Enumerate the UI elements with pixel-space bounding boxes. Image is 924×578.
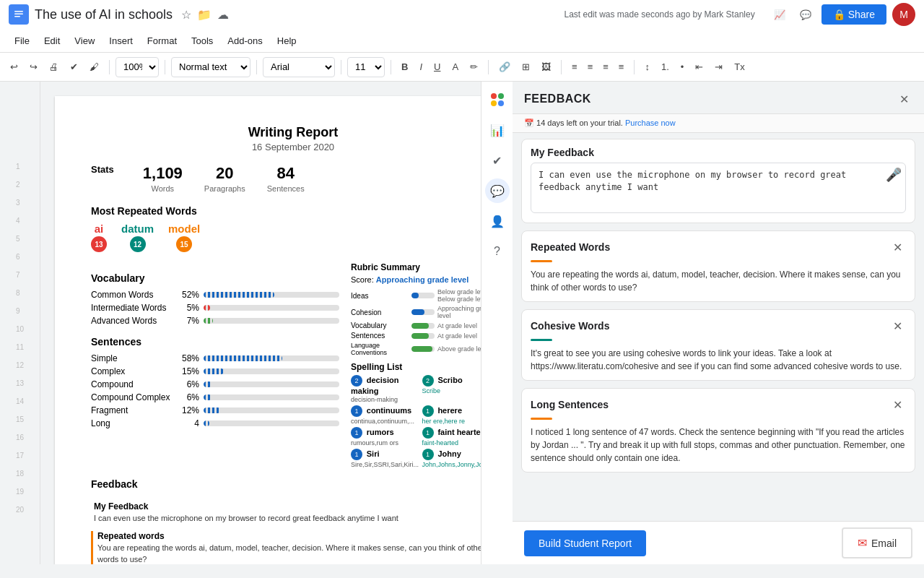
repeated-words-underline	[531, 260, 552, 262]
sentences-table: Simple58% Complex15% Compound6% Compound…	[91, 353, 339, 428]
right-col: Rubric Summary Score: Approaching grade …	[351, 262, 481, 468]
increase-indent-button[interactable]: ⇥	[710, 59, 727, 75]
menu-view[interactable]: View	[69, 33, 100, 49]
close-cohesive-button[interactable]: ✕	[889, 317, 906, 335]
link-button[interactable]: 🔗	[494, 59, 515, 75]
main-columns: Vocabulary Common Words52% Intermediate …	[91, 262, 481, 468]
sidebar-icon-logo[interactable]	[485, 87, 510, 112]
rubric-score-doc: Score: Approaching grade level	[351, 275, 481, 284]
highlight-button[interactable]: ✏	[466, 59, 482, 75]
mic-button[interactable]: 🎤	[886, 167, 902, 183]
rubric-title-doc: Rubric Summary	[351, 262, 481, 272]
rubric-row-vocab: Vocabulary At grade level	[351, 322, 481, 329]
unordered-list-button[interactable]: •	[676, 59, 689, 75]
paragraph-style-select[interactable]: Normal text	[171, 57, 250, 77]
clear-format-button[interactable]: Tx	[730, 59, 749, 75]
feedback-section-title: Feedback	[91, 478, 481, 490]
svg-point-6	[491, 100, 497, 106]
align-center-button[interactable]: ≡	[583, 59, 598, 75]
underline-button[interactable]: U	[430, 59, 445, 75]
menu-edit[interactable]: Edit	[38, 33, 66, 49]
sentences-stat: 84 Sentences	[267, 164, 305, 194]
svg-rect-1	[14, 11, 23, 12]
image-button[interactable]: 🖼	[537, 59, 555, 75]
trial-banner: 📅 14 days left on your trial. Purchase n…	[513, 114, 924, 133]
toolbar-divider-2	[165, 60, 165, 74]
left-margin: 12345 678910 1112131415 1617181920	[0, 82, 40, 564]
close-long-sentences-button[interactable]: ✕	[889, 396, 906, 413]
document-area[interactable]: Writing Report 16 September 2020 Stats 1…	[40, 82, 481, 564]
feedback-repeated: Repeated words You are repeating the wor…	[91, 531, 481, 564]
paint-format-button[interactable]: 🖌	[85, 59, 103, 75]
toolbar-divider-1	[109, 60, 110, 74]
sidebar-icon-chart[interactable]: 📊	[485, 118, 510, 142]
redo-button[interactable]: ↪	[25, 59, 42, 75]
print-button[interactable]: 🖨	[45, 59, 63, 75]
words-stat: 1,109 Words	[143, 164, 183, 194]
my-feedback-input[interactable]: I can even use the microphone on my brow…	[531, 163, 906, 213]
menu-tools[interactable]: Tools	[186, 33, 219, 49]
menu-file[interactable]: File	[9, 33, 35, 49]
bottom-action-bar: Build Student Report ✉ Email	[513, 521, 924, 564]
spell-item-faint: 1 faint hearted faint-hearted	[422, 427, 481, 447]
feedback-panel-header: FEEDBACK ✕	[513, 82, 924, 114]
menu-help[interactable]: Help	[271, 33, 302, 49]
menu-insert[interactable]: Insert	[103, 33, 139, 49]
toolbar-divider-4	[341, 60, 341, 74]
toolbar-divider-8	[634, 60, 635, 74]
google-docs-icon	[9, 4, 29, 25]
my-feedback-card: My Feedback I can even use the microphon…	[521, 139, 915, 223]
svg-rect-2	[14, 14, 23, 15]
user-avatar[interactable]: M	[892, 3, 915, 26]
comments-icon[interactable]: 💬	[796, 7, 816, 23]
word-datum: datum 12	[121, 223, 154, 252]
spell-item-herere: 1 herere her ere,here re	[422, 405, 481, 425]
sidebar-icon-check[interactable]: ✔	[485, 148, 510, 173]
sidebar-icon-help[interactable]: ?	[485, 239, 510, 264]
font-select[interactable]: Arial	[263, 57, 335, 77]
menu-addons[interactable]: Add-ons	[222, 33, 268, 49]
justify-button[interactable]: ≡	[614, 59, 629, 75]
table-button[interactable]: ⊞	[518, 59, 534, 75]
line-spacing-button[interactable]: ↕	[640, 59, 654, 75]
trending-icon[interactable]: 📈	[770, 7, 790, 23]
zoom-select[interactable]: 100%	[116, 57, 159, 77]
italic-button[interactable]: I	[415, 59, 427, 75]
sidebar-icon-person[interactable]: 👤	[485, 209, 510, 233]
ordered-list-button[interactable]: 1.	[657, 59, 674, 75]
email-button[interactable]: ✉ Email	[842, 527, 912, 558]
bold-button[interactable]: B	[397, 59, 412, 75]
rubric-row-lang: Language Conventions Above grade level	[351, 342, 481, 356]
lock-icon: 🔒	[833, 9, 845, 20]
cohesive-words-card-title: Cohesive Words ✕	[531, 317, 906, 335]
share-button[interactable]: 🔒 Share	[821, 4, 886, 25]
close-repeated-button[interactable]: ✕	[889, 238, 906, 256]
align-left-button[interactable]: ≡	[567, 59, 582, 75]
cloud-icon[interactable]: ☁	[217, 8, 229, 22]
toolbar-divider-7	[561, 60, 562, 74]
rubric-row-cohesion: Cohesion Approaching grade level	[351, 305, 481, 319]
align-right-button[interactable]: ≡	[598, 59, 613, 75]
undo-button[interactable]: ↩	[6, 59, 22, 75]
font-size-select[interactable]: 11	[347, 57, 385, 77]
my-feedback-title: My Feedback	[531, 147, 906, 158]
svg-point-7	[498, 100, 504, 106]
sentences-title-doc: Sentences	[91, 336, 339, 348]
menu-format[interactable]: Format	[141, 33, 183, 49]
purchase-now-link[interactable]: Purchase now	[625, 118, 676, 127]
build-student-report-button[interactable]: Build Student Report	[524, 530, 646, 556]
toolbar-divider-6	[488, 60, 489, 74]
folder-icon[interactable]: 📁	[197, 8, 212, 22]
trial-text: 📅 14 days left on your trial.	[524, 118, 623, 127]
sidebar-icon-feedback[interactable]: 💬	[485, 178, 510, 203]
long-sentences-underline	[531, 418, 552, 420]
star-icon[interactable]: ☆	[181, 8, 191, 22]
repeated-words-card-title: Repeated Words ✕	[531, 238, 906, 256]
stats-row: Stats 1,109 Words 20 Paragraphs 84 Sente…	[91, 164, 481, 194]
spellcheck-button[interactable]: ✔	[66, 59, 82, 75]
long-sentences-card: Long Sentences ✕ I noticed 1 long senten…	[521, 388, 915, 473]
spell-item-siri: 1 Siri Sire,Sir,SSRI,Sari,Kiri...	[351, 449, 420, 468]
close-feedback-button[interactable]: ✕	[895, 90, 912, 108]
text-color-button[interactable]: A	[448, 59, 463, 75]
decrease-indent-button[interactable]: ⇤	[691, 59, 707, 75]
